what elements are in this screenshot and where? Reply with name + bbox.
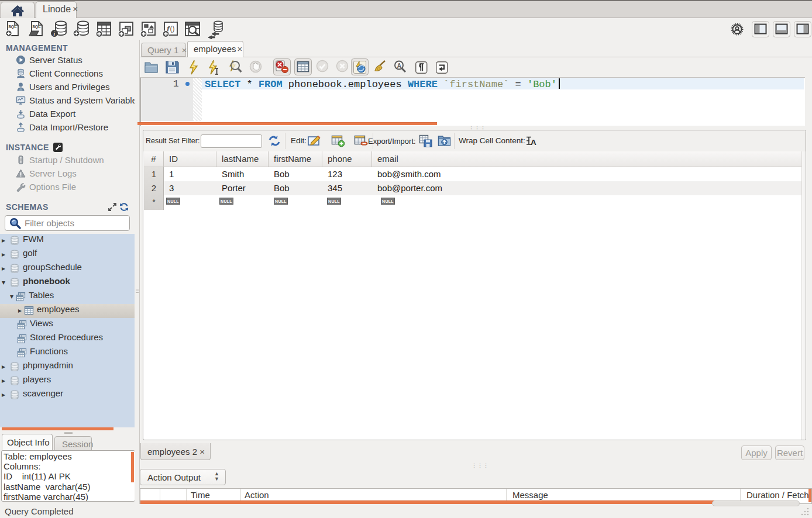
svg-text:SQL: SQL: [8, 25, 17, 29]
svg-text:SQL: SQL: [32, 25, 41, 29]
svg-text:A: A: [531, 138, 536, 147]
svg-text:A: A: [397, 63, 401, 69]
svg-text:(): (): [170, 25, 175, 33]
